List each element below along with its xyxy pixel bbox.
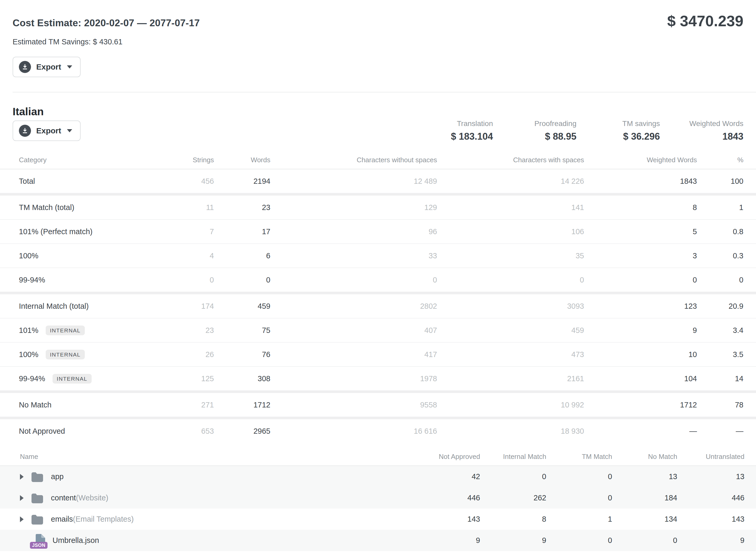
category-table-body: Total456219412 48914 2261843100TM Match … [0,169,756,443]
column-name: Name [0,453,414,466]
cell-words: 23 [214,203,270,212]
cell-words: 76 [214,350,270,359]
cell-strings: 653 [167,427,214,435]
category-row: 99-94%000000 [0,267,756,292]
cell-weighted-words: 1712 [584,401,697,409]
cell-words: 2194 [214,177,270,185]
cell-strings: 125 [167,374,214,383]
cell-no-match: 0 [612,536,677,545]
group-separator [0,292,756,294]
column-words: Words [214,156,270,169]
cell-internal-match: 0 [480,472,546,481]
export-button[interactable]: Export [13,57,81,77]
cell-chars-with-spaces: 106 [437,227,584,236]
category-row: 99-94%INTERNAL1253081978216110414 [0,366,756,390]
cell-strings: 11 [167,203,214,212]
category-row: Not Approved653296516 61618 930—— [0,419,756,443]
cell-chars-with-spaces: 3093 [437,302,584,310]
cell-tm-match: 0 [546,536,612,545]
expand-chevron-right-icon[interactable] [20,495,24,501]
file-table-header: Name Not Approved Internal Match TM Matc… [0,450,756,466]
stat-translation: Translation $ 183.104 [414,120,493,142]
cell-chars-without-spaces: 129 [270,203,437,212]
column-no-match: No Match [612,453,677,466]
language-title: Italian [13,105,743,118]
cell-percent: 1 [697,203,756,212]
language-export-button[interactable]: Export [13,121,81,141]
cell-no-match: 134 [612,515,677,523]
cell-not-approved: 9 [414,536,480,545]
category-label: 100% [19,350,38,359]
group-separator [0,417,756,419]
json-file-icon: JSON [31,533,47,548]
category-label: 99-94% [19,374,45,383]
cell-percent: 0.3 [697,252,756,260]
cell-weighted-words: 9 [584,326,697,335]
file-row[interactable]: JSONUmbrella.json99009 [0,530,756,551]
cell-chars-without-spaces: 0 [270,276,437,284]
cost-stats: Translation $ 183.104 Proofreading $ 88.… [414,120,743,142]
category-row: Total456219412 48914 2261843100 [0,169,756,193]
internal-badge: INTERNAL [46,326,85,335]
category-row: TM Match (total)112312914181 [0,196,756,219]
cell-untranslated: 9 [677,536,756,545]
cell-weighted-words: 10 [584,350,697,359]
cell-words: 2965 [214,427,270,435]
cell-percent: 0.8 [697,227,756,236]
cell-strings: 0 [167,276,214,284]
file-table-body: app42001313content(Website)4462620184446… [0,466,756,551]
cell-chars-with-spaces: 18 930 [437,427,584,435]
page-title: Cost Estimate: 2020-02-07 — 2077-07-17 [13,17,200,29]
file-row[interactable]: emails(Email Templates)14381134143 [0,509,756,530]
file-name: app [51,472,63,481]
stat-value: 1843 [665,131,743,142]
group-separator [0,193,756,196]
column-not-approved: Not Approved [414,453,480,466]
column-chars-without-spaces: Characters without spaces [270,156,437,169]
stat-value: $ 183.104 [414,131,493,142]
total-cost: $ 3470.239 [667,12,743,30]
file-row[interactable]: content(Website)4462620184446 [0,487,756,509]
category-label: 100% [19,252,38,260]
cell-chars-with-spaces: 0 [437,276,584,284]
file-name: Umbrella.json [52,536,99,545]
cell-weighted-words: 1843 [584,177,697,185]
cell-untranslated: 446 [677,494,756,502]
cell-not-approved: 446 [414,494,480,502]
cell-weighted-words: 123 [584,302,697,310]
folder-icon [31,514,44,524]
expand-chevron-right-icon[interactable] [20,474,24,480]
cell-tm-match: 1 [546,515,612,523]
stat-tm-savings: TM savings $ 36.296 [581,120,660,142]
cell-words: 459 [214,302,270,310]
cell-tm-match: 0 [546,472,612,481]
download-icon [19,61,31,73]
folder-icon [31,493,44,503]
stat-value: $ 88.95 [498,131,576,142]
category-row: No Match2711712955810 992171278 [0,393,756,417]
file-row[interactable]: app42001313 [0,466,756,487]
cell-percent: 100 [697,177,756,185]
column-tm-match: TM Match [546,453,612,466]
cell-untranslated: 143 [677,515,756,523]
cell-weighted-words: 5 [584,227,697,236]
cell-words: 308 [214,374,270,383]
cell-chars-without-spaces: 417 [270,350,437,359]
cell-internal-match: 9 [480,536,546,545]
cell-chars-with-spaces: 141 [437,203,584,212]
column-weighted-words: Weighted Words [584,156,697,169]
column-internal-match: Internal Match [480,453,546,466]
category-label: 99-94% [19,276,45,284]
cell-chars-without-spaces: 12 489 [270,177,437,185]
cell-weighted-words: 3 [584,252,697,260]
category-label: No Match [19,401,51,409]
stat-proofreading: Proofreading $ 88.95 [498,120,576,142]
expand-chevron-right-icon[interactable] [20,516,24,522]
cell-strings: 271 [167,401,214,409]
download-icon [19,125,31,137]
cell-chars-without-spaces: 33 [270,252,437,260]
cell-internal-match: 262 [480,494,546,502]
cell-strings: 23 [167,326,214,335]
cell-weighted-words: 104 [584,374,697,383]
cell-untranslated: 13 [677,472,756,481]
